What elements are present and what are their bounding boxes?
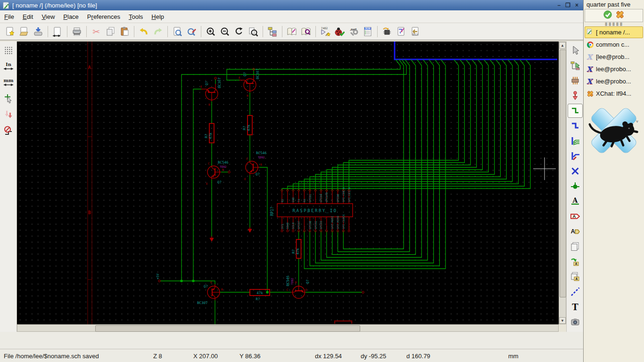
minimize-button[interactable]: – <box>558 0 561 10</box>
menu-help[interactable]: Help <box>147 12 168 22</box>
place-junction-button[interactable] <box>568 179 583 193</box>
panel-drag-handle[interactable]: █ █ █ █ █ <box>584 22 644 26</box>
place-wire-button[interactable] <box>568 104 583 118</box>
ic-top-pin-label: GPIO6 <box>337 194 339 202</box>
window-list-item-1[interactable]: [ noname /... <box>585 26 643 38</box>
menu-file[interactable]: File <box>0 12 18 22</box>
paste-icon <box>119 26 130 37</box>
place-hierarchical-sheet-button[interactable] <box>568 239 583 254</box>
window-list-item-5[interactable]: Xlee@probo... <box>585 75 643 87</box>
hierarchy-navigator-button[interactable] <box>265 25 280 39</box>
back-annotate-button[interactable]: BACK <box>408 25 422 39</box>
netlist-button[interactable]: .net <box>347 25 361 39</box>
units-mm-button[interactable]: mm <box>1 75 16 90</box>
find-button[interactable] <box>170 25 184 39</box>
find-replace-button[interactable] <box>184 25 198 39</box>
open-schematic-icon <box>19 26 29 37</box>
cut-button[interactable]: ✂ <box>89 25 103 39</box>
zoom-fit-icon <box>248 26 258 37</box>
page-settings-button[interactable] <box>50 25 65 39</box>
bom-button[interactable]: BOM <box>361 25 375 39</box>
place-component-button[interactable] <box>568 74 583 88</box>
pcbnew-button[interactable] <box>394 25 408 39</box>
new-schematic-button[interactable] <box>3 25 17 39</box>
undo-button[interactable] <box>137 25 151 39</box>
horizontal-scrollbar[interactable] <box>17 324 559 332</box>
window-list-item-6[interactable]: XChat: lf94... <box>585 88 643 99</box>
xchat-tray-icon[interactable] <box>615 10 625 21</box>
bus-wire-orientation-button[interactable] <box>1 123 16 138</box>
hierarchy-navigator-icon <box>267 26 278 37</box>
undo-icon <box>139 26 149 37</box>
redo-button[interactable] <box>151 25 165 39</box>
svg-text:✂: ✂ <box>92 26 100 37</box>
place-global-label-button[interactable]: A <box>568 209 583 223</box>
chromium-icon <box>586 41 594 49</box>
menu-preferences[interactable]: Preferences <box>83 12 124 22</box>
zoom-out-button[interactable] <box>218 25 232 39</box>
eeschema-icon <box>586 29 594 36</box>
menu-edit[interactable]: Edit <box>18 12 37 22</box>
window-list-item-3[interactable]: X[lee@prob... <box>585 51 643 63</box>
eeschema-window: [ noname /] (/home/lee) [no file] – ❐ × … <box>0 0 583 362</box>
svg-text:v: v <box>636 119 639 123</box>
toolbar-separator <box>86 26 87 37</box>
window-list: [ noname /...common c...X[lee@prob...Xle… <box>584 26 644 99</box>
title-bar[interactable]: [ noname /] (/home/lee) [no file] – ❐ × <box>0 0 583 10</box>
svg-text:B: B <box>247 94 248 97</box>
bus-to-bus-entry-button[interactable] <box>568 149 583 163</box>
ic-bottom-pin-label: GPIO3 <box>320 221 322 229</box>
place-power-port-button[interactable] <box>568 89 583 103</box>
print-button[interactable] <box>70 25 84 39</box>
window-list-item-4[interactable]: Xlee@probo... <box>585 63 643 75</box>
close-button[interactable]: × <box>575 0 578 10</box>
place-sheet-pin-button[interactable]: A <box>568 270 583 284</box>
scroll-down-button[interactable]: ▼ <box>559 317 566 324</box>
copy-button[interactable] <box>103 25 117 39</box>
paste-button[interactable] <box>117 25 132 39</box>
grid-toggle-button[interactable] <box>1 43 16 58</box>
cursor-shape-button[interactable] <box>1 91 16 106</box>
redraw-view-button[interactable] <box>232 25 246 39</box>
place-bus-button[interactable] <box>568 119 583 133</box>
menu-view[interactable]: View <box>37 12 59 22</box>
schematic-canvas[interactable]: ABRASPBERRY_IORP1?0V3V3--SDA0GNDSCL0TXGP… <box>17 41 559 324</box>
green-check-tray-icon[interactable] <box>603 10 612 21</box>
navigate-hierarchy-button[interactable] <box>568 58 583 73</box>
window-list-item-2[interactable]: common c... <box>585 39 643 50</box>
import-sheet-pin-button[interactable]: A <box>568 255 583 269</box>
place-no-connect-button[interactable] <box>568 164 583 178</box>
show-hidden-pins-button[interactable] <box>1 107 16 122</box>
window-title: [ noname /] (/home/lee) [no file] <box>12 2 97 9</box>
menu-place[interactable]: Place <box>59 12 83 22</box>
wire-to-bus-entry-button[interactable] <box>568 134 583 148</box>
menu-tools[interactable]: Tools <box>124 12 147 22</box>
svg-text:R?: R? <box>291 249 296 254</box>
select-tool-button[interactable] <box>568 43 583 58</box>
status-dy: dy -95.25 <box>361 353 386 360</box>
place-hierarchical-label-button[interactable]: A <box>568 224 583 239</box>
place-net-label-button[interactable]: A <box>568 194 583 208</box>
vertical-scrollbar-thumb[interactable] <box>560 49 566 297</box>
save-schematic-button[interactable] <box>31 25 45 39</box>
open-schematic-button[interactable] <box>17 25 31 39</box>
erc-check-button[interactable] <box>332 25 347 39</box>
library-editor-button[interactable] <box>285 25 299 39</box>
library-browser-button[interactable] <box>299 25 313 39</box>
place-graphic-line-button[interactable] <box>568 285 583 299</box>
place-image-button[interactable] <box>568 315 583 329</box>
maximize-button[interactable]: ❐ <box>565 0 570 10</box>
assign-footprints-button[interactable] <box>380 25 394 39</box>
vertical-scrollbar[interactable]: ▲ ▼ <box>559 41 566 324</box>
schematic-drawing[interactable]: ABRASPBERRY_IORP1?0V3V3--SDA0GNDSCL0TXGP… <box>17 41 559 324</box>
place-text-button[interactable]: T <box>568 300 583 314</box>
eeschema-app-icon <box>2 2 9 9</box>
zoom-fit-button[interactable] <box>246 25 260 39</box>
units-inches-button[interactable]: In <box>1 59 16 74</box>
horizontal-scrollbar-thumb[interactable] <box>95 325 360 332</box>
annotate-button[interactable]: 7402 <box>318 25 332 39</box>
xterm-icon: X <box>586 66 594 73</box>
zoom-in-button[interactable] <box>204 25 218 39</box>
place-sheet-pin-icon: A <box>570 272 580 282</box>
scroll-up-button[interactable]: ▲ <box>559 42 566 49</box>
